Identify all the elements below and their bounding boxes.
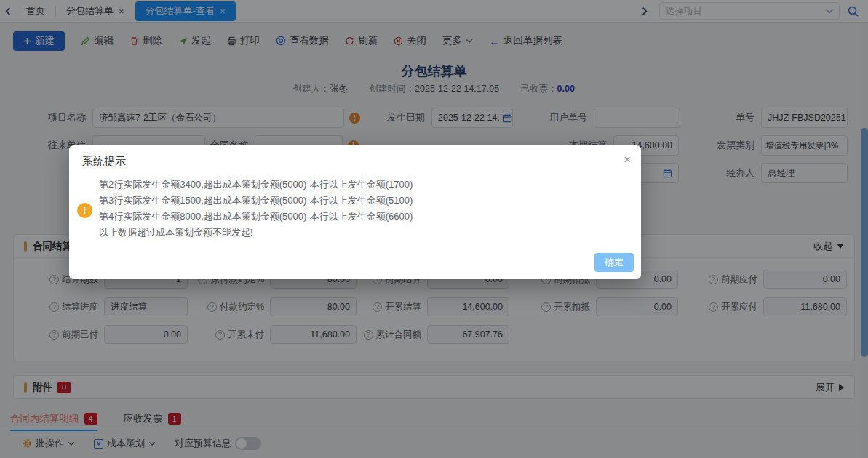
system-prompt-modal: 系统提示 × ! 第2行实际发生金额3400,超出成本策划金额(5000)-本行… xyxy=(69,145,641,279)
app-window: 首页 分包结算单 × 分包结算单-查看 × 选择项目 xyxy=(0,0,868,458)
modal-close-icon[interactable]: × xyxy=(624,153,631,166)
modal-message-line: 第4行实际发生金额8000,超出成本策划金额(5000)-本行以上发生金额(66… xyxy=(99,209,413,225)
warning-circle-icon: ! xyxy=(77,203,92,218)
modal-message-line: 第3行实际发生金额1500,超出成本策划金额(5000)-本行以上发生金额(51… xyxy=(99,193,413,209)
modal-message-line: 以上数据超过成本策划金额不能发起! xyxy=(99,225,413,241)
modal-message-line: 第2行实际发生金额3400,超出成本策划金额(5000)-本行以上发生金额(17… xyxy=(99,177,413,193)
modal-message: 第2行实际发生金额3400,超出成本策划金额(5000)-本行以上发生金额(17… xyxy=(99,177,413,241)
modal-title: 系统提示 xyxy=(82,155,126,169)
confirm-button[interactable]: 确定 xyxy=(594,253,634,272)
